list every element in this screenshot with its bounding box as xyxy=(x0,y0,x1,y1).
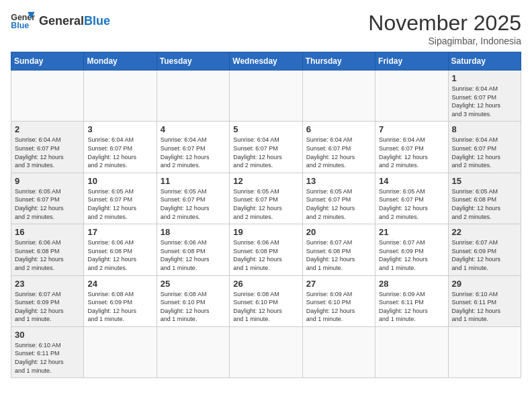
day-info: Sunrise: 6:04 AM Sunset: 6:07 PM Dayligh… xyxy=(452,85,517,118)
calendar-cell: 21Sunrise: 6:07 AM Sunset: 6:09 PM Dayli… xyxy=(375,224,448,275)
logo-text: GeneralBlue xyxy=(39,15,110,27)
weekday-header-thursday: Thursday xyxy=(302,52,375,71)
day-number: 30 xyxy=(15,330,80,340)
day-number: 22 xyxy=(452,227,517,237)
svg-text:Blue: Blue xyxy=(11,21,29,30)
day-info: Sunrise: 6:06 AM Sunset: 6:08 PM Dayligh… xyxy=(233,238,298,272)
logo-icon: General Blue xyxy=(11,11,35,31)
calendar-cell: 29Sunrise: 6:10 AM Sunset: 6:11 PM Dayli… xyxy=(448,275,521,326)
calendar-table: SundayMondayTuesdayWednesdayThursdayFrid… xyxy=(11,52,521,378)
calendar-cell: 3Sunrise: 6:04 AM Sunset: 6:07 PM Daylig… xyxy=(84,122,157,173)
calendar-cell: 5Sunrise: 6:04 AM Sunset: 6:07 PM Daylig… xyxy=(230,122,302,173)
day-info: Sunrise: 6:04 AM Sunset: 6:07 PM Dayligh… xyxy=(452,136,517,169)
day-number: 17 xyxy=(87,227,152,237)
day-info: Sunrise: 6:05 AM Sunset: 6:07 PM Dayligh… xyxy=(15,187,80,221)
day-number: 19 xyxy=(233,227,298,237)
day-number: 1 xyxy=(452,73,517,83)
day-number: 4 xyxy=(161,124,226,134)
weekday-header-sunday: Sunday xyxy=(11,52,84,71)
day-number: 20 xyxy=(306,227,371,237)
calendar-cell: 9Sunrise: 6:05 AM Sunset: 6:07 PM Daylig… xyxy=(11,173,84,224)
day-info: Sunrise: 6:05 AM Sunset: 6:07 PM Dayligh… xyxy=(379,187,444,221)
weekday-header-friday: Friday xyxy=(375,52,448,71)
month-year: November 2025 xyxy=(368,11,521,36)
calendar-cell xyxy=(157,326,229,377)
day-number: 23 xyxy=(15,279,80,289)
day-number: 24 xyxy=(87,279,152,289)
day-number: 29 xyxy=(452,279,517,289)
calendar-cell: 30Sunrise: 6:10 AM Sunset: 6:11 PM Dayli… xyxy=(11,326,84,377)
calendar-cell xyxy=(448,326,521,377)
calendar-cell: 23Sunrise: 6:07 AM Sunset: 6:09 PM Dayli… xyxy=(11,275,84,326)
day-number: 13 xyxy=(306,176,371,186)
calendar-cell: 16Sunrise: 6:06 AM Sunset: 6:08 PM Dayli… xyxy=(11,224,84,275)
day-number: 10 xyxy=(87,176,152,186)
day-number: 3 xyxy=(87,124,152,134)
week-row-2: 2Sunrise: 6:04 AM Sunset: 6:07 PM Daylig… xyxy=(11,122,521,173)
week-row-5: 23Sunrise: 6:07 AM Sunset: 6:09 PM Dayli… xyxy=(11,275,521,326)
day-info: Sunrise: 6:04 AM Sunset: 6:07 PM Dayligh… xyxy=(306,136,371,169)
day-info: Sunrise: 6:06 AM Sunset: 6:08 PM Dayligh… xyxy=(15,238,80,272)
day-number: 21 xyxy=(379,227,444,237)
day-number: 12 xyxy=(233,176,298,186)
day-info: Sunrise: 6:07 AM Sunset: 6:09 PM Dayligh… xyxy=(15,290,80,324)
calendar-cell: 24Sunrise: 6:08 AM Sunset: 6:09 PM Dayli… xyxy=(84,275,157,326)
day-number: 11 xyxy=(161,176,226,186)
weekday-header-tuesday: Tuesday xyxy=(157,52,229,71)
day-info: Sunrise: 6:05 AM Sunset: 6:07 PM Dayligh… xyxy=(233,187,298,221)
calendar-cell xyxy=(84,71,157,122)
day-info: Sunrise: 6:07 AM Sunset: 6:09 PM Dayligh… xyxy=(379,238,444,272)
day-number: 27 xyxy=(306,279,371,289)
day-info: Sunrise: 6:04 AM Sunset: 6:07 PM Dayligh… xyxy=(15,136,80,169)
day-info: Sunrise: 6:07 AM Sunset: 6:09 PM Dayligh… xyxy=(452,238,517,272)
day-number: 28 xyxy=(379,279,444,289)
day-info: Sunrise: 6:05 AM Sunset: 6:07 PM Dayligh… xyxy=(161,187,226,221)
day-info: Sunrise: 6:04 AM Sunset: 6:07 PM Dayligh… xyxy=(161,136,226,169)
day-info: Sunrise: 6:04 AM Sunset: 6:07 PM Dayligh… xyxy=(87,136,152,169)
day-number: 9 xyxy=(15,176,80,186)
day-info: Sunrise: 6:05 AM Sunset: 6:07 PM Dayligh… xyxy=(87,187,152,221)
week-row-4: 16Sunrise: 6:06 AM Sunset: 6:08 PM Dayli… xyxy=(11,224,521,275)
day-info: Sunrise: 6:08 AM Sunset: 6:09 PM Dayligh… xyxy=(87,290,152,324)
day-info: Sunrise: 6:10 AM Sunset: 6:11 PM Dayligh… xyxy=(452,290,517,324)
calendar-cell: 19Sunrise: 6:06 AM Sunset: 6:08 PM Dayli… xyxy=(230,224,302,275)
calendar-cell: 12Sunrise: 6:05 AM Sunset: 6:07 PM Dayli… xyxy=(230,173,302,224)
day-number: 5 xyxy=(233,124,298,134)
calendar-cell: 28Sunrise: 6:09 AM Sunset: 6:11 PM Dayli… xyxy=(375,275,448,326)
day-number: 6 xyxy=(306,124,371,134)
calendar-cell: 10Sunrise: 6:05 AM Sunset: 6:07 PM Dayli… xyxy=(84,173,157,224)
calendar-cell xyxy=(11,71,84,122)
calendar-cell xyxy=(157,71,229,122)
calendar-cell xyxy=(302,71,375,122)
day-number: 2 xyxy=(15,124,80,134)
day-number: 7 xyxy=(379,124,444,134)
calendar-cell: 18Sunrise: 6:06 AM Sunset: 6:08 PM Dayli… xyxy=(157,224,229,275)
day-info: Sunrise: 6:10 AM Sunset: 6:11 PM Dayligh… xyxy=(15,341,80,375)
calendar-cell: 2Sunrise: 6:04 AM Sunset: 6:07 PM Daylig… xyxy=(11,122,84,173)
calendar-cell: 25Sunrise: 6:08 AM Sunset: 6:10 PM Dayli… xyxy=(157,275,229,326)
calendar-cell: 11Sunrise: 6:05 AM Sunset: 6:07 PM Dayli… xyxy=(157,173,229,224)
day-info: Sunrise: 6:08 AM Sunset: 6:10 PM Dayligh… xyxy=(233,290,298,324)
weekday-header-row: SundayMondayTuesdayWednesdayThursdayFrid… xyxy=(11,52,521,71)
weekday-header-wednesday: Wednesday xyxy=(230,52,302,71)
page-header: General Blue GeneralBlue November 2025 S… xyxy=(11,11,521,46)
week-row-1: 1Sunrise: 6:04 AM Sunset: 6:07 PM Daylig… xyxy=(11,71,521,122)
day-info: Sunrise: 6:05 AM Sunset: 6:08 PM Dayligh… xyxy=(452,187,517,221)
location: Sipagimbar, Indonesia xyxy=(368,36,521,46)
calendar-cell: 26Sunrise: 6:08 AM Sunset: 6:10 PM Dayli… xyxy=(230,275,302,326)
calendar-cell xyxy=(84,326,157,377)
calendar-cell xyxy=(302,326,375,377)
day-number: 8 xyxy=(452,124,517,134)
calendar-cell: 22Sunrise: 6:07 AM Sunset: 6:09 PM Dayli… xyxy=(448,224,521,275)
day-info: Sunrise: 6:06 AM Sunset: 6:08 PM Dayligh… xyxy=(87,238,152,272)
calendar-cell xyxy=(230,326,302,377)
calendar-cell: 1Sunrise: 6:04 AM Sunset: 6:07 PM Daylig… xyxy=(448,71,521,122)
calendar-cell: 8Sunrise: 6:04 AM Sunset: 6:07 PM Daylig… xyxy=(448,122,521,173)
week-row-6: 30Sunrise: 6:10 AM Sunset: 6:11 PM Dayli… xyxy=(11,326,521,377)
calendar-cell: 14Sunrise: 6:05 AM Sunset: 6:07 PM Dayli… xyxy=(375,173,448,224)
calendar-cell: 15Sunrise: 6:05 AM Sunset: 6:08 PM Dayli… xyxy=(448,173,521,224)
day-info: Sunrise: 6:08 AM Sunset: 6:10 PM Dayligh… xyxy=(161,290,226,324)
day-info: Sunrise: 6:07 AM Sunset: 6:08 PM Dayligh… xyxy=(306,238,371,272)
calendar-cell: 17Sunrise: 6:06 AM Sunset: 6:08 PM Dayli… xyxy=(84,224,157,275)
week-row-3: 9Sunrise: 6:05 AM Sunset: 6:07 PM Daylig… xyxy=(11,173,521,224)
